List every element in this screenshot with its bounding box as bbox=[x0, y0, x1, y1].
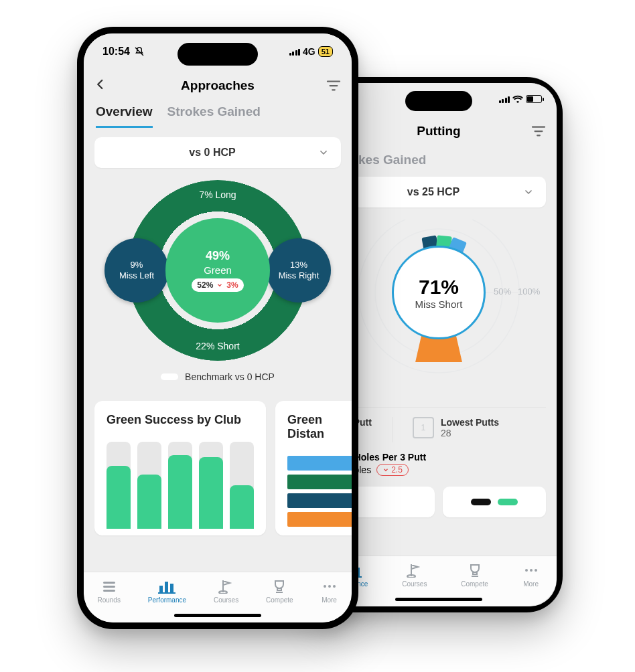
page-title: Putting bbox=[417, 124, 460, 139]
tab-courses[interactable]: Courses bbox=[402, 563, 427, 588]
svg-rect-12 bbox=[103, 590, 115, 592]
approach-dial: 7% Long 22% Short 9% Miss Left 13% Miss … bbox=[94, 177, 341, 392]
tab-strokes-gained[interactable]: Strokes Gained bbox=[167, 104, 261, 128]
home-indicator bbox=[174, 614, 261, 617]
bar bbox=[137, 442, 161, 529]
dial-long: 7% Long bbox=[199, 189, 236, 200]
signal-icon bbox=[499, 95, 510, 103]
svg-rect-11 bbox=[103, 586, 115, 588]
card-green-by-distance[interactable]: Green Distan bbox=[275, 401, 352, 535]
flag-icon bbox=[406, 563, 423, 578]
bar bbox=[230, 442, 254, 529]
list-icon bbox=[100, 579, 118, 594]
phone-approaches: 10:54 4G 51 Approaches Over bbox=[77, 27, 358, 629]
tabs: Overview Strokes Gained bbox=[84, 102, 352, 128]
tab-compete[interactable]: Compete bbox=[266, 579, 293, 604]
tab-courses[interactable]: Courses bbox=[214, 579, 238, 604]
tick-100: 100% bbox=[518, 286, 540, 297]
benchmark-value: vs 0 HCP bbox=[107, 147, 318, 159]
stats-row: gest Putt t 1 Lowest Putts 28 bbox=[332, 407, 546, 442]
bar-chart-icon bbox=[158, 579, 175, 594]
page-title: Approaches bbox=[181, 78, 255, 93]
trophy-icon bbox=[466, 563, 484, 578]
stat-lowest-putts: 1 Lowest Putts 28 bbox=[413, 417, 499, 438]
status-time: 10:54 bbox=[102, 46, 130, 58]
bar bbox=[168, 442, 192, 529]
putting-gauge: 50% 100% 71% Miss Short bbox=[332, 220, 546, 403]
back-button[interactable] bbox=[94, 76, 107, 95]
tab-rounds[interactable]: Rounds bbox=[97, 579, 120, 604]
legend-chip bbox=[161, 373, 178, 380]
wifi-icon bbox=[512, 95, 523, 103]
chevron-down-icon bbox=[216, 282, 223, 288]
bar bbox=[199, 442, 223, 529]
divider bbox=[392, 417, 393, 442]
filter-button[interactable] bbox=[531, 125, 546, 137]
tab-compete[interactable]: Compete bbox=[461, 563, 488, 588]
stat-avg-3putt: Avg. Holes Per 3 Putt 5.3 Holes 2.5 bbox=[332, 452, 546, 476]
miss-left-bubble: 9% Miss Left bbox=[104, 238, 169, 303]
benchmark-pill: 52% 3% bbox=[192, 278, 243, 292]
trophy-icon bbox=[271, 579, 288, 594]
benchmark-legend: Benchmark vs 0 HCP bbox=[161, 371, 275, 382]
gauge-label: Miss Short bbox=[415, 299, 463, 310]
gauge-percent: 71% bbox=[419, 276, 459, 299]
svg-point-9 bbox=[535, 569, 537, 572]
card-title: Green Success by Club bbox=[107, 413, 254, 427]
svg-point-7 bbox=[525, 569, 528, 572]
network-label: 4G bbox=[303, 46, 315, 57]
miss-right-bubble: 13% Miss Right bbox=[267, 238, 331, 303]
chevron-down-icon bbox=[523, 187, 534, 197]
home-indicator bbox=[395, 598, 482, 601]
delta-pill: 2.5 bbox=[376, 464, 409, 476]
svg-rect-10 bbox=[103, 582, 115, 584]
mini-card[interactable] bbox=[443, 487, 546, 517]
card-title: Green Distan bbox=[287, 413, 352, 441]
svg-point-18 bbox=[328, 585, 331, 588]
svg-rect-14 bbox=[165, 582, 168, 592]
signal-icon bbox=[289, 48, 301, 56]
dynamic-island bbox=[178, 43, 258, 66]
bar bbox=[107, 442, 131, 529]
tab-more[interactable]: More bbox=[321, 579, 338, 604]
gauge-center: 71% Miss Short bbox=[392, 246, 486, 339]
tab-more[interactable]: More bbox=[522, 563, 540, 588]
battery-icon bbox=[526, 95, 542, 103]
more-icon bbox=[522, 563, 540, 578]
benchmark-value: vs 25 HCP bbox=[344, 186, 523, 198]
tab-overview[interactable]: Overview bbox=[96, 104, 153, 128]
scorecard-icon: 1 bbox=[413, 417, 434, 438]
cards-row: Green Success by Club Green Distan bbox=[94, 401, 352, 535]
dial-short: 22% Short bbox=[196, 341, 239, 351]
dynamic-island bbox=[405, 91, 472, 111]
mini-cards bbox=[332, 487, 546, 517]
chevron-left-icon bbox=[94, 76, 107, 92]
tab-performance[interactable]: Performance bbox=[148, 579, 186, 604]
svg-point-19 bbox=[333, 585, 336, 588]
chevron-down-icon bbox=[318, 147, 329, 158]
svg-rect-15 bbox=[170, 584, 173, 592]
svg-point-8 bbox=[530, 569, 533, 572]
card-green-by-club[interactable]: Green Success by Club bbox=[94, 401, 266, 535]
navbar: Approaches bbox=[84, 70, 352, 102]
tab-bar: Rounds Performance Courses Compete More bbox=[84, 572, 352, 622]
silent-icon bbox=[134, 46, 145, 57]
battery-badge: 51 bbox=[318, 46, 333, 57]
svg-rect-13 bbox=[159, 586, 163, 592]
more-icon bbox=[321, 579, 338, 594]
strip-chart bbox=[287, 456, 352, 527]
filter-button[interactable] bbox=[326, 80, 341, 92]
svg-point-17 bbox=[324, 585, 326, 588]
chevron-down-icon bbox=[382, 467, 389, 473]
benchmark-selector[interactable]: vs 25 HCP bbox=[332, 177, 546, 207]
bar-chart bbox=[107, 442, 254, 529]
dial-center: 49% Green 52% 3% bbox=[165, 218, 270, 323]
flag-icon bbox=[218, 579, 235, 594]
tick-50: 50% bbox=[494, 286, 511, 297]
benchmark-selector[interactable]: vs 0 HCP bbox=[94, 137, 341, 168]
